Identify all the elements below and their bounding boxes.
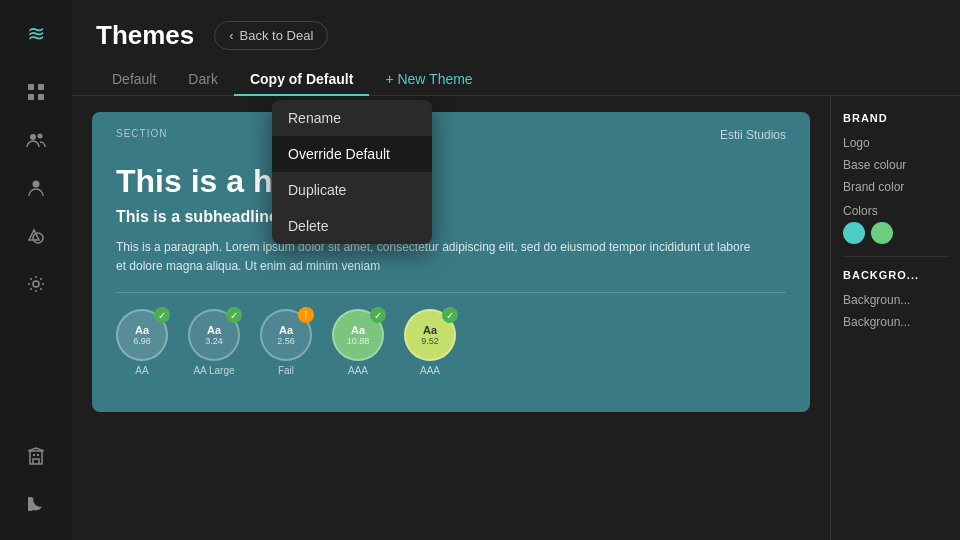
contrast-circle-aaa-2: Aa 9.52 ✓ — [404, 309, 456, 361]
page-title: Themes — [96, 20, 194, 51]
tabs-bar: Default Dark Copy of Default + New Theme — [72, 51, 960, 96]
building-icon[interactable] — [16, 436, 56, 476]
sidebar: ≋ — [0, 0, 72, 540]
badge-fail: ! — [298, 307, 314, 323]
colors-label: Colors — [843, 204, 948, 218]
contrast-aaa-2: Aa 9.52 ✓ AAA — [404, 309, 456, 376]
svg-rect-0 — [28, 84, 34, 90]
preview-paragraph: This is a paragraph. Lorem ipsum dolor s… — [116, 238, 756, 276]
users-icon[interactable] — [16, 120, 56, 160]
tab-dark[interactable]: Dark — [172, 63, 234, 95]
context-menu: Rename Override Default Duplicate Delete — [272, 100, 432, 244]
grid-icon[interactable] — [16, 72, 56, 112]
back-button-label: Back to Deal — [240, 28, 314, 43]
brand-section-title: BRAND — [843, 112, 948, 124]
contrast-aa-large: Aa 3.24 ✓ AA Large — [188, 309, 240, 376]
right-item-background-2[interactable]: Backgroun... — [843, 315, 948, 329]
settings-icon[interactable] — [16, 264, 56, 304]
background-section-title: BACKGRO... — [843, 269, 948, 281]
color-dot-1[interactable] — [843, 222, 865, 244]
contrast-aa: Aa 6.98 ✓ AA — [116, 309, 168, 376]
preview-panel: Rename Override Default Duplicate Delete… — [72, 96, 830, 540]
tab-copy-of-default[interactable]: Copy of Default — [234, 63, 369, 95]
right-item-background-1[interactable]: Backgroun... — [843, 293, 948, 307]
right-panel: BRAND Logo Base colour Brand color Color… — [830, 96, 960, 540]
color-dots — [843, 222, 948, 244]
svg-rect-3 — [38, 94, 44, 100]
header: Themes ‹ Back to Deal — [72, 0, 960, 51]
context-menu-delete[interactable]: Delete — [272, 208, 432, 244]
svg-rect-2 — [28, 94, 34, 100]
svg-point-8 — [33, 281, 39, 287]
logo-icon: ≋ — [18, 16, 54, 52]
new-theme-button[interactable]: + New Theme — [369, 63, 488, 95]
svg-rect-1 — [38, 84, 44, 90]
person-icon[interactable] — [16, 168, 56, 208]
context-menu-duplicate[interactable]: Duplicate — [272, 172, 432, 208]
preview-headline: This is a headline — [116, 163, 786, 200]
badge-aaa-2: ✓ — [442, 307, 458, 323]
contrast-circle-aa: Aa 6.98 ✓ — [116, 309, 168, 361]
contrast-circle-aaa-1: Aa 10.88 ✓ — [332, 309, 384, 361]
right-divider — [843, 256, 948, 257]
right-item-base-colour[interactable]: Base colour — [843, 158, 948, 172]
studio-label: Estii Studios — [720, 128, 786, 142]
right-item-brand-color[interactable]: Brand color — [843, 180, 948, 194]
svg-rect-10 — [33, 454, 35, 456]
moon-icon[interactable] — [16, 484, 56, 524]
section-label: SECTION — [116, 128, 167, 139]
shapes-icon[interactable] — [16, 216, 56, 256]
main-content: Themes ‹ Back to Deal Default Dark Copy … — [72, 0, 960, 540]
context-menu-rename[interactable]: Rename — [272, 100, 432, 136]
back-chevron-icon: ‹ — [229, 28, 233, 43]
preview-subheadline: This is a subheadline — [116, 208, 786, 226]
badge-aa-large: ✓ — [226, 307, 242, 323]
back-to-deal-button[interactable]: ‹ Back to Deal — [214, 21, 328, 50]
content-area: Rename Override Default Duplicate Delete… — [72, 96, 960, 540]
tab-default[interactable]: Default — [96, 63, 172, 95]
theme-preview-card: SECTION Estii Studios This is a headline… — [92, 112, 810, 412]
contrast-circle-fail: Aa 2.56 ! — [260, 309, 312, 361]
svg-point-5 — [38, 134, 43, 139]
svg-point-4 — [30, 134, 36, 140]
contrast-fail: Aa 2.56 ! Fail — [260, 309, 312, 376]
badge-aa: ✓ — [154, 307, 170, 323]
svg-point-6 — [33, 181, 40, 188]
contrast-circle-aa-large: Aa 3.24 ✓ — [188, 309, 240, 361]
contrast-aaa-1: Aa 10.88 ✓ AAA — [332, 309, 384, 376]
right-item-logo[interactable]: Logo — [843, 136, 948, 150]
contrast-row: Aa 6.98 ✓ AA Aa 3.24 ✓ AA Large — [116, 309, 786, 376]
context-menu-override-default[interactable]: Override Default — [272, 136, 432, 172]
badge-aaa-1: ✓ — [370, 307, 386, 323]
preview-divider — [116, 292, 786, 293]
svg-rect-11 — [37, 454, 39, 456]
color-dot-2[interactable] — [871, 222, 893, 244]
svg-rect-9 — [30, 451, 42, 464]
